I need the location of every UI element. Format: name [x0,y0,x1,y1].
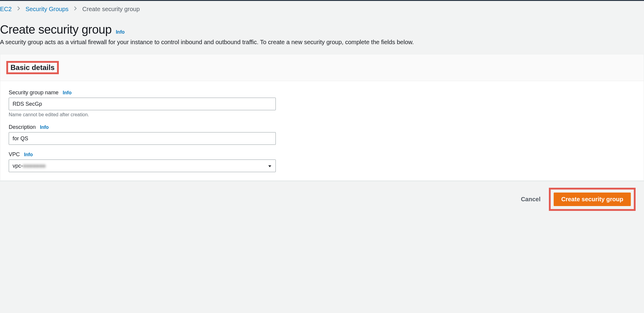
field-description: Description Info [9,124,276,145]
page-description: A security group acts as a virtual firew… [0,39,644,54]
breadcrumb-ec2[interactable]: EC2 [0,6,12,13]
cancel-button[interactable]: Cancel [521,196,541,203]
label-vpc: VPC [9,151,20,158]
help-text-name: Name cannot be edited after creation. [9,112,276,117]
label-description: Description [9,124,36,130]
field-security-group-name: Security group name Info Name cannot be … [9,90,276,117]
highlight-create-button: Create security group [549,188,636,211]
breadcrumb-current: Create security group [82,6,140,13]
breadcrumb: EC2 Security Groups Create security grou… [0,1,644,17]
info-link-header[interactable]: Info [116,29,125,35]
page-title: Create security group [0,23,112,36]
vpc-value-prefix: vpc- [13,163,23,169]
panel-body: Security group name Info Name cannot be … [0,81,644,181]
select-vpc[interactable]: vpc-●●●●●●● [9,160,276,172]
label-security-group-name: Security group name [9,90,59,96]
info-link-name[interactable]: Info [63,90,71,96]
field-vpc: VPC Info vpc-●●●●●●● [9,151,276,172]
input-security-group-name[interactable] [9,98,276,110]
basic-details-panel: Basic details Security group name Info N… [0,54,644,181]
vpc-value-obscured: ●●●●●●● [23,163,46,169]
breadcrumb-security-groups[interactable]: Security Groups [26,6,68,13]
create-security-group-button[interactable]: Create security group [554,193,631,206]
highlight-basic-details: Basic details [6,61,59,74]
info-link-vpc[interactable]: Info [24,152,33,157]
info-link-description[interactable]: Info [40,125,49,130]
page-root: EC2 Security Groups Create security grou… [0,0,644,217]
footer-actions: Cancel Create security group [0,181,644,217]
panel-title: Basic details [11,63,55,71]
panel-header: Basic details [0,54,644,81]
chevron-right-icon [74,6,77,12]
page-header: Create security group Info [0,17,644,39]
chevron-right-icon [17,6,20,12]
input-description[interactable] [9,132,276,145]
